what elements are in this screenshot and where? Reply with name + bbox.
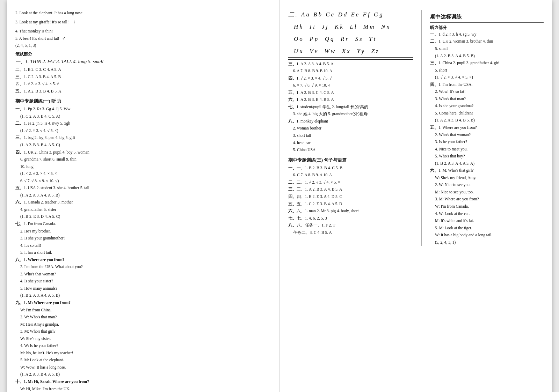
mid-ba: 八、1. monkey elephant 2. woman brother 3.… xyxy=(288,118,413,154)
alpha-2: Hh Ii Jj Kk Ll Mm Nn xyxy=(288,22,413,33)
s2-title: 八、1. Where are you from? 2. I'm from the… xyxy=(15,257,271,299)
page-spread: 2. Look at the elephant. It has a long n… xyxy=(7,0,552,392)
mid-wu: 五、1. A 2. B 3. C 4. C 5. A xyxy=(288,89,413,96)
cont-5: (2, 4, 5, 1, 3) xyxy=(15,42,271,49)
r-er: 二、1. UK 2. woman 3. brother 4. thin 5. s… xyxy=(430,38,544,59)
mid-qi: 七、1. student/pupil 学生 2. long/tall 长的/高的… xyxy=(288,104,413,118)
written-section-title: 笔试部分 xyxy=(15,51,271,58)
written-2: 二、1. B 2. C 3. C 4. A 5. A xyxy=(15,66,271,73)
left-page: 2. Look at the elephant. It has a long n… xyxy=(7,0,280,392)
s1-qi: 七、1. I'm from Canada. 2. He's my brother… xyxy=(15,221,271,256)
right-page: 二. Aa Bb Cc Dd Ee Ff Gg Hh Ii Jj Kk Ll M… xyxy=(280,0,552,392)
cont-4: 5. A bear! It's short and fat! ✓ xyxy=(15,35,271,42)
cont-2: 3. Look at my giraffe! It's so tall! ↗ xyxy=(15,17,271,28)
section1-title: 期中专题训练(一) 听 力 xyxy=(15,97,271,105)
r-yi: 一、1. d 2. r 3. h 4. sg 5. wy xyxy=(430,31,544,38)
written-items: 一、1. THIN 2. FAT 3. TALL 4. long 5. smal… xyxy=(15,58,271,95)
s3-content: 一、一、1. B 2. B 3. B 4. C 5. B 6. C 7. A 8… xyxy=(288,165,413,236)
alpha-1: 二. Aa Bb Cc Dd Ee Ff Gg xyxy=(288,10,413,21)
right-column: 期中达标训练 听力部分 一、1. d 2. r 3. h 4. sg 5. wy… xyxy=(430,10,544,246)
r-liu: 六、1. M: Who's that girl? W: She's my fri… xyxy=(430,167,544,246)
s1-si: 四、1. UK 2. China 3. pupil 4. boy 5. woma… xyxy=(15,149,271,185)
s3-title: 九、1. M: Where are you from? W: I'm from … xyxy=(15,299,271,378)
written-4: 四、1. √ 2. × 3. √ 4. × 5. √ xyxy=(15,81,271,88)
s1-er: 二、1. ea 2. jn 3. is 4. nwy 5. xgh (1. √ … xyxy=(15,120,271,134)
column-divider xyxy=(421,10,422,246)
written-3: 三、1. C 2. A 3. B 4. A 5. B xyxy=(15,74,271,81)
r-si: 四、1. I'm from the USA. 2. Wow! It's so f… xyxy=(430,81,544,124)
continuation-section: 2. Look at the elephant. It has a long n… xyxy=(15,10,271,49)
cont-3: 4. That monkey is thin! xyxy=(15,28,271,35)
middle-column: 二. Aa Bb Cc Dd Ee Ff Gg Hh Ii Jj Kk Ll M… xyxy=(288,10,413,246)
mid-si: 四、1. √ 2. × 3. × 4. √ 5. √ 6. × 7. √ 8. … xyxy=(288,75,413,89)
alphabet-section: 二. Aa Bb Cc Dd Ee Ff Gg Hh Ii Jj Kk Ll M… xyxy=(288,10,413,60)
written-1: 一、1. THIN 2. FAT 3. TALL 4. long 5. smal… xyxy=(15,58,271,66)
s1-san: 三、1. bag 2. leg 3. pen 4. big 5. gift (1… xyxy=(15,134,271,148)
mid-liu: 六、1. A 2. B 3. B 4. B 5. A xyxy=(288,96,413,103)
alpha-4: Uu Vv Ww Xx Yy Zz xyxy=(288,46,413,58)
s3-title-mid: 期中专题训练(三) 句子与语篇 xyxy=(288,156,413,164)
s4-title: 十、1. M: Hi, Sarah. Where are you from? W… xyxy=(15,378,271,392)
alpha-3: Oo Pp Qq Rr Ss Tt xyxy=(288,34,413,45)
r-san: 三、1. China 2. pupil 3. grandfather 4. gi… xyxy=(430,60,544,81)
s1-yi: 一、1. Pp 2. Rr 3. Gg 4. Jj 5. Ww (1. C 2.… xyxy=(15,106,271,120)
listening-title: 听力部分 xyxy=(430,24,544,31)
mid-san: 三、1. A 2. A 3. A 4. B 5. A 6. A 7. B 8. … xyxy=(288,61,413,75)
final-section-title: 期中达标训练 xyxy=(430,13,544,23)
written-5: 五、1. A 2. B 3. B 4. B 5. A xyxy=(15,88,271,95)
r-wu: 五、1. Where are you from? 2. Who's that w… xyxy=(430,124,544,167)
s1-wu: 五、1. USA 2. student 3. she 4. brother 5.… xyxy=(15,185,271,199)
cont-1: 2. Look at the elephant. It has a long n… xyxy=(15,10,271,17)
s1-liu: 六、1. Canada 2. teacher 3. mother 4. gran… xyxy=(15,199,271,220)
right-content: 二. Aa Bb Cc Dd Ee Ff Gg Hh Ii Jj Kk Ll M… xyxy=(288,10,544,246)
